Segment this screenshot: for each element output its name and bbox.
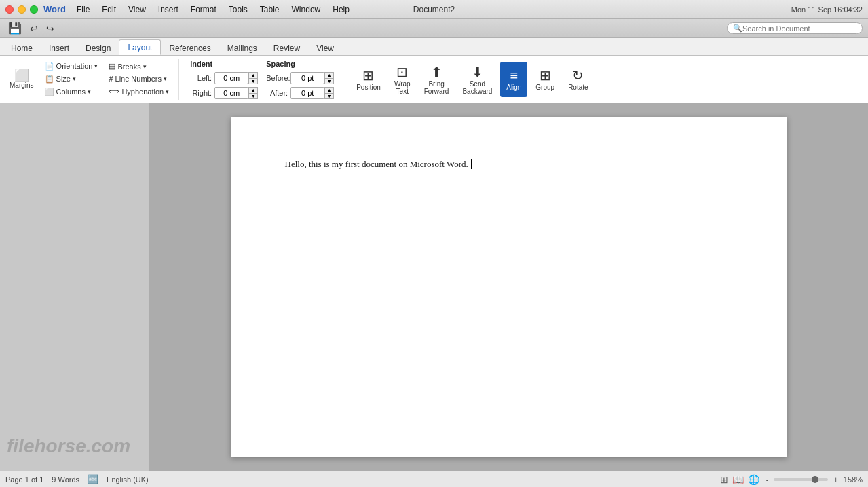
search-icon: 🔍 (733, 24, 742, 33)
menu-tools[interactable]: Tools (223, 3, 253, 16)
zoom-out-icon[interactable]: - (766, 475, 769, 484)
tab-references[interactable]: References (161, 41, 219, 55)
align-button[interactable]: ≡ Align (500, 62, 527, 97)
maximize-button[interactable] (30, 5, 38, 14)
search-box[interactable]: 🔍 (727, 22, 863, 34)
orientation-button[interactable]: 📄 Orientation ▾ (41, 60, 102, 72)
indent-right-input[interactable]: ▲ ▼ (214, 87, 258, 99)
undo-button[interactable]: ↩ (27, 22, 41, 35)
bring-forward-icon: ⬆ (431, 64, 442, 80)
indent-right-up[interactable]: ▲ (248, 87, 258, 93)
spacing-after-up[interactable]: ▲ (324, 87, 334, 93)
rotate-button[interactable]: ↻ Rotate (563, 62, 593, 97)
orientation-label: Orientation (56, 62, 93, 70)
tab-review[interactable]: Review (265, 41, 308, 55)
line-numbers-label: Line Numbers (115, 75, 162, 83)
columns-icon: ⬜ (45, 88, 54, 96)
language: English (UK) (107, 475, 149, 484)
document-canvas[interactable]: Hello, this is my first document on Micr… (149, 103, 868, 471)
spacing-before-up[interactable]: ▲ (324, 72, 334, 78)
zoom-thumb[interactable] (812, 476, 818, 483)
view-reading-button[interactable]: 📖 (731, 474, 745, 485)
indent-left-input[interactable]: ▲ ▼ (214, 72, 258, 84)
menu-edit[interactable]: Edit (96, 3, 121, 16)
spacing-after-value[interactable] (290, 87, 324, 99)
watermark: filehorse.com (7, 435, 130, 457)
indent-right-row: Right: ▲ ▼ (190, 87, 258, 99)
arrange-group: ⊞ Position ⊡ WrapText ⬆ BringForward ⬇ S… (345, 60, 593, 98)
document-area: filehorse.com Hello, this is my first do… (0, 103, 868, 471)
view-normal-button[interactable]: ⊞ (719, 474, 730, 485)
status-right: ⊞ 📖 🌐 - + 158% (719, 474, 863, 485)
zoom-slider[interactable] (774, 478, 828, 481)
view-web-button[interactable]: 🌐 (747, 474, 761, 485)
spacing-before-down[interactable]: ▼ (324, 78, 334, 84)
group-button[interactable]: ⊞ Group (530, 62, 560, 97)
position-button[interactable]: ⊞ Position (351, 62, 386, 97)
margins-button[interactable]: ⬜ Margins (5, 68, 38, 90)
menu-help[interactable]: Help (327, 3, 355, 16)
menu-file[interactable]: File (71, 3, 95, 16)
size-button[interactable]: 📋 Size ▾ (41, 73, 102, 85)
wrap-text-icon: ⊡ (396, 64, 408, 80)
minimize-button[interactable] (18, 5, 26, 14)
rotate-icon: ↻ (572, 67, 584, 84)
orientation-arrow: ▾ (94, 62, 98, 69)
send-backward-button[interactable]: ⬇ SendBackward (457, 62, 497, 97)
hyphenation-button[interactable]: ⟺ Hyphenation ▾ (105, 86, 173, 97)
menu-insert[interactable]: Insert (153, 3, 184, 16)
size-arrow: ▾ (73, 75, 76, 82)
indent-left-down[interactable]: ▼ (248, 78, 258, 84)
document-page[interactable]: Hello, this is my first document on Micr… (231, 117, 787, 457)
breaks-button[interactable]: ▤ Breaks ▾ (105, 60, 173, 72)
redo-button[interactable]: ↪ (43, 22, 57, 35)
page-info: Page 1 of 1 (5, 475, 43, 484)
indent-right-down[interactable]: ▼ (248, 93, 258, 99)
indent-right-spinner[interactable]: ▲ ▼ (248, 87, 258, 99)
close-button[interactable] (5, 5, 14, 14)
traffic-lights (5, 5, 38, 14)
zoom-in-icon[interactable]: + (833, 475, 837, 484)
tab-insert[interactable]: Insert (41, 41, 77, 55)
ribbon: ⬜ Margins 📄 Orientation ▾ 📋 Size ▾ ⬜ Col… (0, 56, 868, 103)
menu-view[interactable]: View (123, 3, 151, 16)
menu-table[interactable]: Table (254, 3, 285, 16)
spacing-before-row: Before: ▲ ▼ (266, 72, 334, 84)
tab-design[interactable]: Design (77, 41, 119, 55)
spacing-after-down[interactable]: ▼ (324, 93, 334, 99)
wrap-text-button[interactable]: ⊡ WrapText (389, 62, 416, 97)
spacing-before-value[interactable] (290, 72, 324, 84)
orientation-icon: 📄 (45, 62, 54, 71)
menu-format[interactable]: Format (185, 3, 222, 16)
line-numbers-button[interactable]: # Line Numbers ▾ (105, 73, 173, 84)
columns-arrow: ▾ (88, 88, 91, 95)
tab-home[interactable]: Home (3, 41, 41, 55)
tab-mailings[interactable]: Mailings (219, 41, 265, 55)
document-text[interactable]: Hello, this is my first document on Micr… (285, 159, 468, 169)
hyphenation-label: Hyphenation (121, 88, 164, 96)
position-label: Position (356, 84, 381, 91)
columns-button[interactable]: ⬜ Columns ▾ (41, 86, 102, 98)
spacing-before-input[interactable]: ▲ ▼ (290, 72, 334, 84)
save-button[interactable]: 💾 (5, 21, 24, 35)
arrange-buttons: ⊞ Position ⊡ WrapText ⬆ BringForward ⬇ S… (351, 60, 593, 98)
search-input[interactable] (742, 24, 851, 33)
view-buttons: ⊞ 📖 🌐 (719, 474, 761, 485)
indent-right-value[interactable] (214, 87, 248, 99)
indent-left-value[interactable] (214, 72, 248, 84)
tab-view[interactable]: View (308, 41, 342, 55)
bring-forward-button[interactable]: ⬆ BringForward (419, 62, 455, 97)
app-icon: Word (43, 4, 66, 14)
spacing-after-spinner[interactable]: ▲ ▼ (324, 87, 334, 99)
indent-left-up[interactable]: ▲ (248, 72, 258, 78)
page-content[interactable]: Hello, this is my first document on Micr… (285, 158, 733, 171)
spell-check-icon[interactable]: 🔤 (88, 474, 98, 484)
indent-left-spinner[interactable]: ▲ ▼ (248, 72, 258, 84)
spacing-before-label: Before: (266, 74, 288, 82)
spacing-before-spinner[interactable]: ▲ ▼ (324, 72, 334, 84)
send-backward-icon: ⬇ (472, 64, 483, 80)
menu-window[interactable]: Window (286, 3, 326, 16)
spacing-after-input[interactable]: ▲ ▼ (290, 87, 334, 99)
document-title: Document2 (413, 5, 455, 14)
tab-layout[interactable]: Layout (119, 39, 161, 55)
